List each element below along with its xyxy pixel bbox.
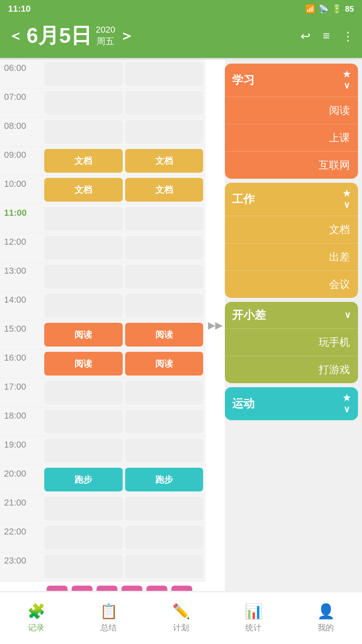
menu-button[interactable]: ≡ (323, 29, 330, 43)
time-cell[interactable] (125, 555, 204, 578)
time-cells (44, 378, 206, 407)
category-star-chevron: ∨ (344, 310, 351, 320)
category-block-study[interactable]: 学习★∨阅读上课互联网 (225, 64, 358, 179)
time-row: 20:00跑步跑步 (0, 465, 206, 494)
next-day-button[interactable]: ＞ (119, 26, 134, 46)
date-display: 6月5日 (27, 22, 92, 50)
category-item[interactable]: 打游戏 (225, 356, 358, 383)
nav-item-mine[interactable]: 👤我的 (290, 603, 362, 633)
time-cell[interactable] (125, 294, 204, 318)
time-cell[interactable]: 阅读 (44, 352, 123, 376)
nav-item-summary[interactable]: 📋总结 (72, 603, 145, 633)
dot-cell[interactable] (47, 586, 68, 591)
time-cell[interactable] (125, 497, 204, 520)
time-cell[interactable] (44, 207, 123, 231)
time-cells: 阅读阅读 (44, 320, 206, 349)
time-label: 07:00 (0, 89, 44, 117)
more-button[interactable]: ⋮ (342, 29, 354, 43)
nav-item-plan[interactable]: ✏️计划 (145, 603, 217, 633)
category-item[interactable]: 玩手机 (225, 328, 358, 356)
undo-button[interactable]: ↩ (300, 29, 311, 43)
time-cell[interactable]: 跑步 (125, 468, 204, 491)
time-cell[interactable] (125, 439, 204, 462)
category-header-work: 工作★∨ (225, 183, 358, 216)
star-icon: ★ (343, 393, 351, 403)
time-cell[interactable] (44, 497, 123, 520)
time-cell[interactable]: 阅读 (125, 352, 204, 376)
time-cell[interactable] (125, 265, 204, 289)
time-cell[interactable] (44, 91, 123, 115)
time-row: 12:00 (0, 233, 206, 262)
category-item[interactable]: 出差 (225, 243, 358, 270)
nav-item-record[interactable]: 🧩记录 (0, 603, 72, 633)
time-cell[interactable] (125, 62, 204, 86)
category-block-slack[interactable]: 开小差∨玩手机打游戏 (225, 302, 358, 383)
status-icons: 📶 📡 🔋 85 (305, 4, 354, 14)
time-row: 10:00文档文档 (0, 175, 206, 204)
category-item[interactable]: 上课 (225, 124, 358, 151)
status-time: 11:10 (8, 4, 31, 14)
chevron-down-icon: ∨ (343, 200, 350, 210)
category-block-work[interactable]: 工作★∨文档出差会议 (225, 183, 358, 298)
time-cell[interactable] (44, 120, 123, 144)
time-cell[interactable]: 文档 (44, 149, 123, 173)
time-cell[interactable] (44, 381, 123, 405)
time-cell[interactable]: 阅读 (44, 323, 123, 347)
time-cell[interactable]: 阅读 (125, 323, 204, 347)
category-item[interactable]: 互联网 (225, 151, 358, 179)
time-cell[interactable] (44, 410, 123, 433)
record-nav-icon: 🧩 (27, 603, 45, 620)
time-cells (44, 552, 206, 581)
category-name: 运动 (232, 396, 255, 411)
time-cells: 阅读阅读 (44, 349, 206, 378)
nav-item-stats[interactable]: 📊统计 (217, 603, 290, 633)
time-cell[interactable] (125, 207, 204, 231)
time-row: 16:00阅读阅读 (0, 349, 206, 378)
time-cell[interactable] (125, 236, 204, 260)
category-name: 开小差 (232, 308, 266, 323)
plan-nav-icon: ✏️ (172, 603, 190, 620)
time-cell[interactable]: 跑步 (44, 468, 123, 491)
dot-cells (44, 582, 206, 591)
category-block-sport[interactable]: 运动★∨ (225, 387, 358, 420)
category-name: 学习 (232, 72, 255, 88)
dot-cell[interactable] (121, 586, 142, 591)
time-label: 17:00 (0, 378, 44, 407)
timeline-scroll[interactable]: 06:0007:0008:0009:00文档文档10:00文档文档11:0012… (0, 60, 206, 591)
time-cell[interactable] (125, 91, 204, 115)
dot-cell[interactable] (72, 586, 93, 591)
time-cell[interactable] (125, 410, 204, 433)
time-cell[interactable] (44, 526, 123, 549)
category-item[interactable]: 会议 (225, 270, 358, 298)
time-cell[interactable] (44, 236, 123, 260)
time-cell[interactable] (44, 555, 123, 578)
time-cells: 文档文档 (44, 175, 206, 204)
time-row: 07:00 (0, 89, 206, 118)
time-cell[interactable] (125, 120, 204, 144)
time-cells (44, 118, 206, 146)
time-cell[interactable] (125, 526, 204, 549)
time-row: 21:00 (0, 494, 206, 523)
category-item[interactable]: 阅读 (225, 97, 358, 124)
prev-day-button[interactable]: ＜ (8, 26, 23, 46)
dot-cell[interactable] (171, 586, 192, 591)
time-cell[interactable]: 文档 (125, 149, 204, 173)
timeline-rows: 06:0007:0008:0009:00文档文档10:00文档文档11:0012… (0, 60, 206, 581)
scroll-indicator: ▶▶ (206, 60, 224, 591)
time-row: 23:00 (0, 552, 206, 581)
dot-cell[interactable] (97, 586, 117, 591)
time-label: 09:00 (0, 147, 44, 175)
time-cell[interactable]: 文档 (44, 178, 123, 202)
time-cell[interactable] (44, 439, 123, 462)
time-cell[interactable]: 文档 (125, 178, 204, 202)
dot-cell[interactable] (146, 586, 167, 591)
time-cells (44, 436, 206, 465)
time-cell[interactable] (44, 265, 123, 289)
header: ＜ 6月5日 2020 周五 ＞ ↩ ≡ ⋮ (0, 18, 362, 58)
category-item[interactable]: 文档 (225, 216, 358, 243)
date-sub: 2020 周五 (96, 24, 115, 47)
time-cell[interactable] (44, 62, 123, 86)
time-cell[interactable] (125, 381, 204, 405)
time-label: 13:00 (0, 262, 44, 291)
time-cell[interactable] (44, 294, 123, 318)
